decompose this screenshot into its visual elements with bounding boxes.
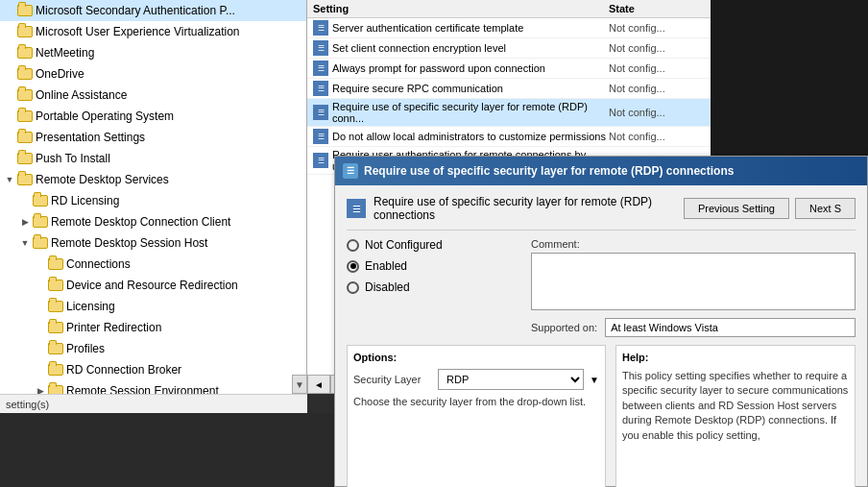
tree-item-rd-connection-client[interactable]: ▶Remote Desktop Connection Client bbox=[0, 211, 306, 232]
expander-microsoft-secondary[interactable] bbox=[4, 5, 15, 16]
setting-name-text: Require use of specific security layer f… bbox=[332, 101, 609, 124]
comment-box[interactable] bbox=[531, 253, 856, 310]
next-setting-button[interactable]: Next S bbox=[795, 198, 856, 219]
folder-icon-connections bbox=[48, 256, 63, 272]
tree-item-netmeeting[interactable]: NetMeeting bbox=[0, 42, 306, 63]
tree-item-remote-desktop[interactable]: ▼Remote Desktop Services bbox=[0, 169, 306, 190]
expander-connections[interactable] bbox=[35, 258, 46, 270]
tree-item-rd-session-host[interactable]: ▼Remote Desktop Session Host bbox=[0, 232, 306, 254]
expander-printer-redirection[interactable] bbox=[35, 322, 46, 333]
tree-item-profiles[interactable]: Profiles bbox=[0, 338, 306, 359]
status-label: setting(s) bbox=[6, 399, 49, 410]
arrow-left-btn[interactable]: ◄ bbox=[307, 375, 330, 394]
dialog-title-text: Require use of specific security layer f… bbox=[364, 164, 734, 178]
setting-state-cell: Not config... bbox=[609, 22, 705, 34]
tree-label-netmeeting: NetMeeting bbox=[36, 44, 94, 61]
expander-profiles[interactable] bbox=[35, 343, 46, 354]
expander-online-assistance[interactable] bbox=[4, 89, 15, 101]
help-section: Help: This policy setting specifies whet… bbox=[615, 345, 856, 487]
table-row[interactable]: Always prompt for password upon connecti… bbox=[307, 59, 711, 79]
tree-item-connections[interactable]: Connections bbox=[0, 254, 306, 275]
tree-label-printer-redirection: Printer Redirection bbox=[66, 319, 161, 336]
folder-icon-profiles bbox=[48, 341, 63, 356]
tree-item-printer-redirection[interactable]: Printer Redirection bbox=[0, 317, 306, 338]
tree-item-remote-session-env[interactable]: ▶Remote Session Environment bbox=[0, 380, 306, 394]
setting-name-text: Set client connection encryption level bbox=[332, 42, 506, 54]
setting-state-cell: Not config... bbox=[609, 107, 705, 118]
tree-label-connections: Connections bbox=[66, 256, 131, 273]
table-row[interactable]: Set client connection encryption levelNo… bbox=[307, 38, 711, 59]
tree-item-device-redirection[interactable]: Device and Resource Redirection bbox=[0, 275, 306, 296]
tree-item-ms-user-exp[interactable]: Microsoft User Experience Virtualization bbox=[0, 21, 306, 42]
tree-item-rd-connection-broker[interactable]: RD Connection Broker bbox=[0, 359, 306, 380]
security-layer-select[interactable]: RDP bbox=[438, 369, 584, 390]
expander-remote-desktop[interactable]: ▼ bbox=[4, 174, 15, 185]
expander-rd-connection-client[interactable]: ▶ bbox=[19, 216, 31, 228]
table-row[interactable]: Require use of specific security layer f… bbox=[307, 99, 711, 127]
expander-onedrive[interactable] bbox=[4, 68, 15, 80]
setting-name-text: Do not allow local administrators to cus… bbox=[332, 131, 606, 142]
radio-input-enabled[interactable] bbox=[347, 260, 359, 273]
dialog-body: Require use of specific security layer f… bbox=[335, 185, 867, 487]
tree-label-presentation-settings: Presentation Settings bbox=[36, 129, 145, 146]
radio-input-not-configured[interactable] bbox=[347, 239, 359, 252]
folder-icon-device-redirection bbox=[48, 278, 63, 293]
tree-item-onedrive[interactable]: OneDrive bbox=[0, 63, 306, 85]
expander-remote-session-env[interactable]: ▶ bbox=[35, 385, 46, 394]
options-section: Options: Security Layer RDP ▼ Choose the… bbox=[347, 345, 606, 487]
expander-ms-user-exp[interactable] bbox=[4, 26, 15, 37]
tree-item-push-install[interactable]: Push To Install bbox=[0, 148, 306, 169]
folder-icon-remote-desktop bbox=[17, 172, 33, 187]
tree-item-microsoft-secondary[interactable]: Microsoft Secondary Authentication P... bbox=[0, 0, 306, 21]
tree-label-remote-desktop: Remote Desktop Services bbox=[36, 171, 169, 188]
expander-rd-licensing[interactable] bbox=[19, 195, 31, 207]
table-row[interactable]: Server authentication certificate templa… bbox=[307, 18, 711, 38]
options-description: Choose the security layer from the drop-… bbox=[353, 396, 599, 407]
help-title: Help: bbox=[622, 352, 849, 363]
tree-item-online-assistance[interactable]: Online Assistance bbox=[0, 85, 306, 106]
table-row[interactable]: Do not allow local administrators to cus… bbox=[307, 127, 711, 147]
dialog-setting-title: Require use of specific security layer f… bbox=[374, 195, 684, 222]
tree-item-portable-os[interactable]: Portable Operating System bbox=[0, 106, 306, 127]
dialog-left-panel: Not ConfiguredEnabledDisabled bbox=[347, 238, 519, 337]
expander-rd-connection-broker[interactable] bbox=[35, 364, 46, 376]
expander-device-redirection[interactable] bbox=[35, 280, 46, 291]
expander-portable-os[interactable] bbox=[4, 110, 15, 122]
radio-label-enabled: Enabled bbox=[365, 259, 407, 273]
supported-label: Supported on: bbox=[531, 322, 597, 333]
dialog-header-icon bbox=[347, 199, 366, 218]
help-text: This policy setting specifies whether to… bbox=[622, 369, 849, 443]
radio-input-disabled[interactable] bbox=[347, 281, 359, 294]
expander-push-install[interactable] bbox=[4, 153, 15, 164]
previous-setting-button[interactable]: Previous Setting bbox=[684, 198, 789, 219]
setting-name-cell: Require use of specific security layer f… bbox=[313, 101, 609, 124]
tree-item-presentation-settings[interactable]: Presentation Settings bbox=[0, 127, 306, 148]
dialog-right-panel: Comment: Supported on: At least Windows … bbox=[531, 238, 856, 337]
folder-icon-microsoft-secondary bbox=[17, 3, 33, 18]
main-background: Microsoft Secondary Authentication P... … bbox=[0, 0, 868, 487]
scroll-down-btn[interactable]: ▼ bbox=[292, 375, 307, 394]
tree-label-onedrive: OneDrive bbox=[36, 65, 84, 83]
radio-group: Not ConfiguredEnabledDisabled bbox=[347, 238, 519, 294]
tree-label-rd-session-host: Remote Desktop Session Host bbox=[51, 234, 207, 252]
folder-icon-portable-os bbox=[17, 109, 33, 124]
radio-item-disabled[interactable]: Disabled bbox=[347, 280, 519, 294]
expander-licensing[interactable] bbox=[35, 301, 46, 312]
table-row[interactable]: Require secure RPC communicationNot conf… bbox=[307, 79, 711, 99]
supported-value: At least Windows Vista bbox=[605, 318, 856, 337]
folder-icon-remote-session-env bbox=[48, 383, 63, 394]
setting-row-icon bbox=[313, 40, 328, 56]
radio-item-enabled[interactable]: Enabled bbox=[347, 259, 519, 273]
expander-rd-session-host[interactable]: ▼ bbox=[19, 237, 31, 249]
tree-label-profiles: Profiles bbox=[66, 340, 105, 357]
expander-netmeeting[interactable] bbox=[4, 47, 15, 59]
radio-item-not-configured[interactable]: Not Configured bbox=[347, 238, 519, 252]
tree-label-online-assistance: Online Assistance bbox=[36, 86, 127, 104]
tree-label-portable-os: Portable Operating System bbox=[36, 108, 174, 125]
folder-icon-push-install bbox=[17, 151, 33, 166]
setting-state-cell: Not config... bbox=[609, 42, 705, 54]
tree-item-licensing[interactable]: Licensing bbox=[0, 296, 306, 317]
expander-presentation-settings[interactable] bbox=[4, 132, 15, 143]
tree-item-rd-licensing[interactable]: RD Licensing bbox=[0, 190, 306, 211]
tree-label-ms-user-exp: Microsoft User Experience Virtualization bbox=[36, 23, 240, 40]
